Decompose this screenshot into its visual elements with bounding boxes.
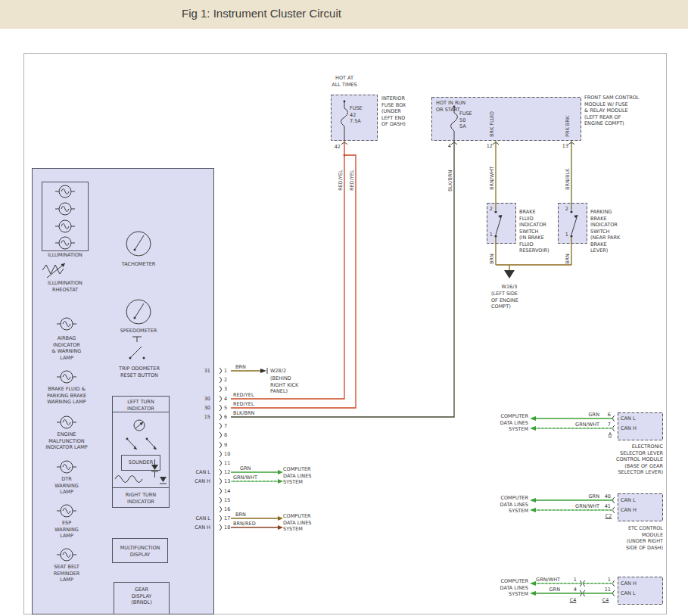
- pin-number: 4: [569, 586, 577, 593]
- selector-module-label: ELECTRONIC SELECTOR LEVER CONTROL MODULE…: [583, 443, 663, 476]
- wire-label-brnblk: BRN/BLK: [565, 169, 571, 190]
- brake-warning-lamp-label: BRAKE FLUID & PARKING BRAKE WARNING LAMP: [38, 386, 95, 406]
- pin-number: 11: [224, 460, 230, 467]
- connector-id-label: A: [606, 431, 615, 438]
- pin-number: 41: [601, 503, 611, 510]
- wire-label: BRN/RED: [233, 521, 256, 527]
- wiring-diagram-svg: [0, 0, 688, 616]
- pin-number: 6: [224, 414, 227, 421]
- engine-lamp-label: ENGINE MALFUNCTION INDICATOR LAMP: [36, 431, 97, 451]
- etc-module-label: ETC CONTROL MODULE (UNDER RIGHT SIDE OF …: [583, 525, 663, 551]
- pin-number: 7: [224, 423, 227, 430]
- park-switch-pin-bottom: 1: [560, 232, 568, 238]
- wire-label-blkbrn: BLK/BRN: [447, 170, 453, 191]
- dtr-lamp-label: DTR WARNING LAMP: [48, 476, 85, 496]
- pin-number: 9: [224, 442, 227, 449]
- fuse-50-label: FUSE 50 5A: [459, 110, 472, 130]
- pin-side-label: CAN H: [186, 478, 210, 485]
- pin-side-label: CAN L: [186, 469, 210, 476]
- esp-lamp-label: ESP WARNING LAMP: [48, 520, 85, 540]
- wire-label: BLK/BRN: [233, 410, 254, 417]
- wire-label-brnwht: BRN/WHT: [489, 166, 495, 190]
- pin-side-label: 31: [186, 368, 210, 375]
- splice-location-label: (BEHIND RIGHT KICK PANEL): [270, 375, 298, 395]
- brake-fluid-switch-label: BRAKE FLUID INDICATOR SWITCH (IN BRAKE F…: [519, 209, 549, 254]
- wire-label-redyel-1: RED/YEL: [338, 170, 344, 191]
- wire-label: GRN/WHT: [569, 503, 599, 510]
- airbag-lamp-label: AIRBAG INDICATOR & WARNING LAMP: [45, 335, 88, 361]
- mod3-can-l-label: CAN L: [621, 590, 636, 597]
- mod2-can-h-label: CAN H: [621, 507, 637, 514]
- multifunction-label: MULTIFUNCTION DISPLAY: [112, 545, 168, 558]
- connector-id-label: C4: [568, 597, 578, 604]
- computer-data-lines-label: COMPUTER DATA LINES SYSTEM: [484, 495, 528, 515]
- wire-label-brn-1: BRN: [489, 254, 495, 264]
- speedometer-label: SPEEDOMETER: [111, 328, 166, 334]
- sam-pin-4-label: 4: [442, 143, 451, 150]
- pin-number: 2: [224, 377, 227, 384]
- brake-switch-pin-bottom: 1: [484, 232, 493, 238]
- pin-number: 6: [603, 412, 611, 418]
- pin-number: 14: [224, 488, 230, 495]
- hot-at-all-times-label: HOT AT ALL TIMES: [327, 75, 362, 88]
- front-sam-label: FRONT SAM CONTROL MODULE W/ FUSE & RELAY…: [584, 95, 639, 127]
- mod1-can-l-label: CAN L: [621, 415, 636, 422]
- pin-number: 8: [224, 432, 227, 439]
- pin-number: 15: [224, 497, 230, 504]
- pin-side-label: 15: [186, 414, 210, 421]
- pin-number: 10: [224, 451, 230, 458]
- tachometer-label: TACHOMETER: [111, 261, 166, 268]
- pin-side-label: 30: [186, 396, 210, 403]
- wire-label: BRN: [235, 512, 246, 518]
- pin-number: 1: [569, 577, 577, 583]
- sam-term-brk-fluid-label: BRK FLUID: [489, 111, 495, 137]
- sam-term-prk-brk-label: PRK BRK: [565, 116, 571, 137]
- pin-side-label: CAN H: [186, 524, 210, 531]
- pin-number: 11: [601, 586, 611, 593]
- splice-name-label: W28/2: [270, 368, 286, 375]
- trip-reset-label: TRIP ODOMETER RESET BUTTON: [107, 366, 171, 378]
- pin-number: 7: [603, 422, 611, 428]
- park-switch-pin-top: 2: [560, 206, 568, 213]
- rheostat-label: ILLUMINATION RHEOSTAT: [38, 280, 92, 293]
- pin-number: 17: [224, 515, 230, 522]
- pin-number: 1: [224, 368, 227, 375]
- sounder-label: SOUNDER: [121, 459, 160, 466]
- fuse-42-pin-label: 42: [328, 144, 341, 151]
- ground-name-label: W16/3: [494, 284, 525, 291]
- pin-number: 12: [224, 469, 230, 476]
- brake-switch-pin-top: 2: [484, 206, 493, 213]
- mod3-can-h-label: CAN H: [621, 580, 637, 587]
- wire-label-brn-2: BRN: [565, 254, 571, 264]
- mod2-can-l-label: CAN L: [621, 497, 636, 504]
- pin-side-label: CAN L: [186, 515, 210, 522]
- seat-belt-lamp-label: SEAT BELT REMINDER LAMP: [45, 564, 88, 583]
- pin-number: 18: [224, 524, 230, 531]
- connector-id-label: C4: [600, 597, 611, 604]
- connector-id-label: C2: [603, 513, 614, 520]
- wire-label: BRN: [235, 364, 246, 371]
- pin-number: 16: [224, 506, 230, 513]
- computer-data-lines-label: COMPUTER DATA LINES SYSTEM: [283, 513, 311, 533]
- wire-label: GRN: [524, 586, 560, 593]
- wire-label: GRN: [569, 412, 599, 418]
- computer-data-lines-label: COMPUTER DATA LINES SYSTEM: [484, 413, 528, 433]
- wire-splice-dot: [344, 154, 346, 157]
- pin-number: 13: [224, 478, 230, 485]
- wire-label: RED/YEL: [233, 392, 254, 399]
- pin-number: 5: [224, 405, 227, 412]
- wiring-diagram-page: Fig 1: Instrument Cluster Circuit: [0, 0, 688, 616]
- sam-pin-12-label: 12: [482, 143, 493, 150]
- left-turn-label: LEFT TURN INDICATOR: [112, 399, 170, 412]
- wire-label: GRN/WHT: [233, 474, 257, 481]
- gear-display-label: GEAR DISPLAY (BRNDL): [114, 586, 170, 606]
- wire-label: GRN/WHT: [569, 422, 599, 428]
- pin-number: 4: [224, 396, 227, 403]
- pin-side-label: 30: [186, 405, 210, 412]
- wire-label-redyel-2: RED/YEL: [349, 170, 355, 191]
- pin-number: 1: [603, 577, 611, 583]
- right-turn-label: RIGHT TURN INDICATOR: [112, 492, 170, 505]
- interior-fuse-box-label: INTERIOR FUSE BOX (UNDER LEFT END OF DAS…: [381, 95, 406, 128]
- wire-label: GRN: [569, 493, 599, 500]
- fuse-42-label: FUSE 42 7.5A: [350, 105, 363, 125]
